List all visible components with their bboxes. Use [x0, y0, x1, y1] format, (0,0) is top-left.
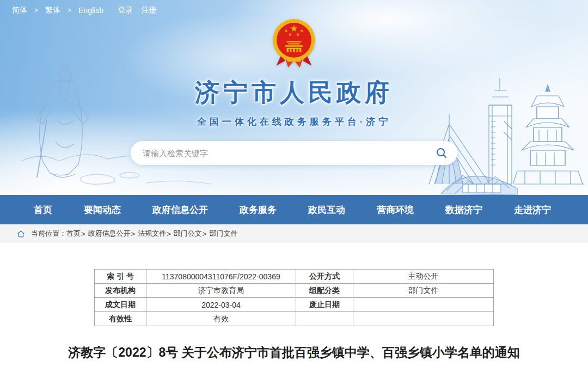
main-nav: 首页 要闻动态 政府信息公开 政务服务 政民互动 营商环境 数据济宁 走进济宁 — [0, 195, 588, 224]
search-icon — [436, 147, 448, 159]
site-subtitle: 全国一体化在线政务服务平台·济宁 — [0, 115, 588, 128]
meta-value: 有效 — [146, 312, 296, 326]
meta-row: 索 引 号 11370800004311076F/2022-00369 公开方式… — [95, 270, 494, 284]
search-input[interactable] — [131, 141, 432, 165]
meta-value: 主动公开 — [353, 270, 494, 284]
site-header: 简体 > 繁体 > English 登录 注册 ★ ★ ★ ★ ★ — [0, 0, 588, 195]
lang-english-link[interactable]: English — [78, 6, 103, 15]
svg-text:★: ★ — [284, 28, 288, 33]
meta-row: 有效性 有效 — [95, 312, 494, 326]
meta-label: 有效性 — [95, 312, 146, 326]
meta-value — [353, 298, 494, 312]
meta-label: 废止日期 — [296, 298, 353, 312]
breadcrumb: 当前位置： 首页 > 政府信息公开 > 法规文件 > 部门公文 > 部门文件 — [0, 224, 588, 243]
breadcrumb-separator: > — [81, 230, 85, 238]
document-title: 济教字〔2022〕8号 关于公布济宁市首批百强乡镇中学、百强乡镇小学名单的通知 — [59, 343, 529, 362]
page: 简体 > 繁体 > English 登录 注册 ★ ★ ★ ★ ★ — [0, 0, 588, 379]
meta-label — [296, 312, 353, 326]
breadcrumb-item-dept-documents[interactable]: 部门公文 — [174, 229, 202, 239]
nav-item-about-jining[interactable]: 走进济宁 — [514, 204, 551, 216]
meta-label: 索 引 号 — [95, 270, 146, 284]
content: 索 引 号 11370800004311076F/2022-00369 公开方式… — [0, 243, 588, 362]
meta-label: 成文日期 — [95, 298, 146, 312]
breadcrumb-item-dept-files[interactable]: 部门文件 — [209, 229, 237, 239]
svg-text:★: ★ — [300, 28, 304, 33]
nav-item-news[interactable]: 要闻动态 — [84, 204, 121, 216]
nav-item-info-disclosure[interactable]: 政府信息公开 — [152, 204, 208, 216]
meta-row: 发布机构 济宁市教育局 组配分类 部门文件 — [95, 284, 494, 298]
meta-label: 组配分类 — [296, 284, 353, 298]
nav-item-services[interactable]: 政务服务 — [240, 204, 277, 216]
breadcrumb-item-home[interactable]: 首页 — [66, 229, 81, 239]
home-icon[interactable] — [16, 229, 26, 239]
breadcrumb-item-info-disclosure[interactable]: 政府信息公开 — [88, 229, 131, 239]
separator: > — [68, 7, 71, 14]
breadcrumb-separator: > — [167, 230, 171, 238]
nav-item-data-jining[interactable]: 数据济宁 — [445, 204, 482, 216]
site-title: 济宁市人民政府 — [0, 76, 588, 109]
meta-value — [353, 312, 494, 326]
nav-item-interaction[interactable]: 政民互动 — [308, 204, 345, 216]
top-links-bar: 简体 > 繁体 > English 登录 注册 — [12, 5, 157, 15]
site-brand: ★ ★ ★ ★ ★ 济宁市人民政府 全国一体化在线 — [0, 0, 588, 128]
meta-value: 2022-03-04 — [146, 298, 296, 312]
login-link[interactable]: 登录 — [118, 5, 133, 15]
meta-value: 济宁市教育局 — [146, 284, 296, 298]
svg-text:★: ★ — [288, 33, 292, 38]
meta-value: 部门文件 — [353, 284, 494, 298]
breadcrumb-item-regulations[interactable]: 法规文件 — [138, 229, 166, 239]
breadcrumb-prefix: 当前位置： — [31, 229, 66, 239]
lang-simplified-link[interactable]: 简体 — [12, 5, 27, 15]
national-emblem-icon: ★ ★ ★ ★ ★ — [270, 17, 318, 70]
breadcrumb-separator: > — [131, 230, 136, 238]
nav-item-home[interactable]: 首页 — [34, 204, 52, 216]
svg-text:★: ★ — [296, 33, 300, 38]
search-button[interactable] — [432, 147, 457, 159]
register-link[interactable]: 注册 — [142, 5, 157, 15]
breadcrumb-separator: > — [203, 230, 207, 238]
meta-label: 公开方式 — [296, 270, 353, 284]
search-bar — [131, 141, 457, 165]
meta-value: 11370800004311076F/2022-00369 — [146, 270, 296, 284]
nav-item-business-environment[interactable]: 营商环境 — [377, 204, 414, 216]
meta-label: 发布机构 — [95, 284, 146, 298]
meta-row: 成文日期 2022-03-04 废止日期 — [95, 298, 494, 312]
lang-traditional-link[interactable]: 繁体 — [45, 5, 60, 15]
document-meta-table: 索 引 号 11370800004311076F/2022-00369 公开方式… — [94, 269, 494, 326]
separator: > — [34, 7, 38, 14]
